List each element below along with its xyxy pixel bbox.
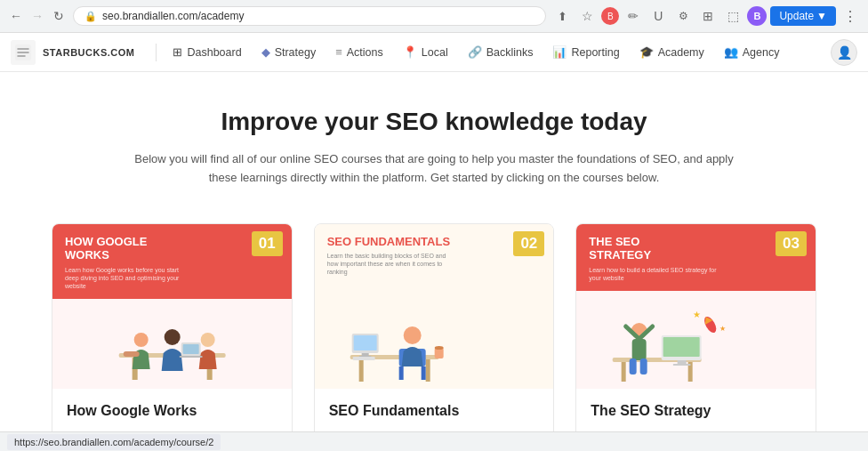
course-image-2: SEO FUNDAMENTALS Learn the basic buildin… xyxy=(315,224,554,389)
nav-item-academy[interactable]: 🎓 Academy xyxy=(631,40,713,64)
strategy-icon: ◆ xyxy=(261,45,270,59)
google-works-illustration xyxy=(92,309,252,389)
svg-rect-19 xyxy=(354,335,377,350)
update-label: Update xyxy=(779,10,814,22)
nav-item-dashboard[interactable]: ⊞ Dashboard xyxy=(164,40,250,64)
course-card-seo-fundamentals[interactable]: SEO FUNDAMENTALS Learn the basic buildin… xyxy=(314,223,555,451)
status-url: https://seo.brandiallen.com/academy/cour… xyxy=(7,434,221,450)
svg-rect-12 xyxy=(359,359,364,382)
url-text: seo.brandiallen.com/academy xyxy=(102,10,244,22)
svg-point-7 xyxy=(200,333,214,347)
card-number-3: 03 xyxy=(776,231,807,256)
actions-icon: ≡ xyxy=(335,45,342,59)
svg-rect-31 xyxy=(672,364,690,366)
page-title: Improve your SEO knowledge today xyxy=(52,108,816,136)
svg-rect-5 xyxy=(123,351,139,357)
svg-rect-20 xyxy=(362,353,369,356)
svg-rect-30 xyxy=(677,360,686,364)
main-content: Improve your SEO knowledge today Below y… xyxy=(34,72,834,451)
reporting-icon: 📊 xyxy=(552,45,567,59)
browser-window-controls: ← → ↻ xyxy=(7,7,68,25)
update-chevron-icon: ▼ xyxy=(816,10,827,22)
nav-label-local: Local xyxy=(422,46,448,59)
nav-item-actions[interactable]: ≡ Actions xyxy=(326,40,392,64)
nav-label-dashboard: Dashboard xyxy=(187,46,241,59)
nav-label-agency: Agency xyxy=(743,46,780,59)
course-title-1: How Google Works xyxy=(67,403,277,419)
svg-rect-15 xyxy=(399,366,404,380)
card-header-title-2: SEO FUNDAMENTALS xyxy=(327,235,542,249)
nav-item-strategy[interactable]: ◆ Strategy xyxy=(253,40,326,64)
card-number-1: 01 xyxy=(252,231,283,256)
card-header-desc-1: Learn how Google works before you start … xyxy=(65,266,194,290)
bookmark-icon[interactable]: ☆ xyxy=(576,5,598,27)
browser-menu-icon[interactable]: ⋮ xyxy=(840,5,861,27)
card-illustration-2 xyxy=(315,300,554,389)
profile-icon: 👤 xyxy=(837,45,852,60)
svg-point-17 xyxy=(404,326,422,344)
svg-rect-35 xyxy=(631,339,646,360)
nav-label-academy: Academy xyxy=(658,46,704,59)
svg-rect-22 xyxy=(353,357,375,360)
course-title-3: The SEO Strategy xyxy=(591,403,801,419)
svg-point-24 xyxy=(435,346,444,350)
browser-toolbar: ← → ↻ 🔒 seo.brandiallen.com/academy ⬆ ☆ … xyxy=(0,0,868,32)
navigation-bar: STARBUCKS.COM ⊞ Dashboard ◆ Strategy ≡ A… xyxy=(0,33,868,72)
svg-rect-9 xyxy=(182,344,198,354)
nav-profile-button[interactable]: 👤 xyxy=(831,39,857,66)
svg-rect-16 xyxy=(422,366,426,380)
extension-icon-6[interactable]: ⬚ xyxy=(722,5,743,27)
browser-back-btn[interactable]: ← xyxy=(7,7,25,25)
course-card-seo-strategy[interactable]: THE SEO STRATEGY Learn how to build a de… xyxy=(575,223,816,451)
nav-label-strategy: Strategy xyxy=(275,46,317,59)
course-title-2: SEO Fundamentals xyxy=(329,403,540,419)
browser-profile-avatar[interactable]: B xyxy=(747,6,767,26)
address-bar[interactable]: 🔒 seo.brandiallen.com/academy xyxy=(73,6,546,26)
logo-area: STARBUCKS.COM xyxy=(11,40,134,65)
extension-icon-2[interactable]: ✏ xyxy=(623,5,644,27)
browser-chrome: ← → ↻ 🔒 seo.brandiallen.com/academy ⬆ ☆ … xyxy=(0,0,868,33)
courses-grid: HOW GOOGLE WORKS Learn how Google works … xyxy=(52,223,816,451)
nav-item-backlinks[interactable]: 🔗 Backlinks xyxy=(459,40,542,64)
main-navigation: ⊞ Dashboard ◆ Strategy ≡ Actions 📍 Local… xyxy=(164,40,788,64)
svg-text:★: ★ xyxy=(719,325,725,333)
svg-rect-13 xyxy=(426,359,430,382)
browser-update-button[interactable]: Update ▼ xyxy=(770,6,836,26)
seo-fundamentals-illustration xyxy=(315,300,475,389)
nav-label-reporting: Reporting xyxy=(571,46,619,59)
browser-forward-btn[interactable]: → xyxy=(28,7,46,25)
svg-rect-37 xyxy=(639,358,647,374)
extension-icon-4[interactable]: ⚙ xyxy=(672,5,694,27)
card-number-2: 02 xyxy=(513,231,544,256)
seo-strategy-illustration: ★ ★ xyxy=(576,300,736,389)
card-illustration-1 xyxy=(52,309,292,389)
course-card-how-google-works[interactable]: HOW GOOGLE WORKS Learn how Google works … xyxy=(52,223,293,451)
svg-point-4 xyxy=(133,333,148,347)
nav-label-actions: Actions xyxy=(347,46,383,59)
hero-subtitle: Below you will find all of our online SE… xyxy=(132,150,736,188)
card-header-title-1: HOW GOOGLE WORKS xyxy=(65,235,172,262)
academy-icon: 🎓 xyxy=(639,45,654,59)
brand-logo xyxy=(11,40,36,65)
svg-rect-26 xyxy=(621,362,625,382)
nav-item-local[interactable]: 📍 Local xyxy=(394,40,457,64)
extension-icon-3[interactable]: U xyxy=(647,5,669,27)
nav-item-reporting[interactable]: 📊 Reporting xyxy=(543,40,628,64)
nav-item-agency[interactable]: 👥 Agency xyxy=(715,40,789,64)
svg-rect-10 xyxy=(179,356,202,358)
card-header-title-3: THE SEO STRATEGY xyxy=(589,235,695,262)
local-icon: 📍 xyxy=(403,45,417,59)
card-header-desc-3: Learn how to build a detailed SEO strate… xyxy=(589,266,718,282)
extension-icon-1[interactable]: B xyxy=(601,7,619,25)
browser-reload-btn[interactable]: ↻ xyxy=(50,7,68,25)
nav-right-area: 👤 xyxy=(831,39,857,66)
extension-icon-5[interactable]: ⊞ xyxy=(697,5,719,27)
svg-rect-29 xyxy=(663,337,699,357)
svg-point-6 xyxy=(164,329,180,345)
brand-name: STARBUCKS.COM xyxy=(43,47,134,58)
backlinks-icon: 🔗 xyxy=(468,45,482,59)
agency-icon: 👥 xyxy=(724,45,738,59)
nav-label-backlinks: Backlinks xyxy=(486,46,534,59)
share-icon[interactable]: ⬆ xyxy=(551,5,573,27)
course-image-3: THE SEO STRATEGY Learn how to build a de… xyxy=(576,224,816,389)
